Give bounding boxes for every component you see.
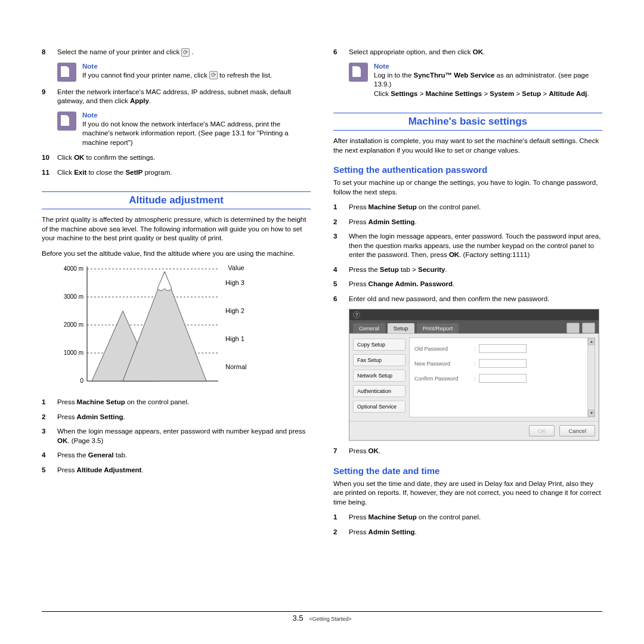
svg-text:High 2: High 2 [225, 307, 244, 314]
step: 3 When the login message appears, enter … [42, 427, 311, 445]
step: 4 Press the Setup tab > Security. [333, 265, 602, 275]
step-text: Select appropriate option, and then clic… [349, 48, 602, 57]
sidebar-item-copy-setup[interactable]: Copy Setup [353, 339, 405, 351]
field-label: Old Password [414, 346, 474, 352]
step-number: 5 [42, 466, 57, 475]
step: 9 Enter the network interface's MAC addr… [42, 88, 311, 106]
field-row: Old Password: [414, 344, 590, 353]
refresh-icon [209, 71, 218, 79]
step: 3 When the login message appears, enter … [333, 232, 602, 260]
basic-para-1: After installation is complete, you may … [333, 137, 602, 155]
tab-setup[interactable]: Setup [388, 323, 414, 333]
subheading-auth: Setting the authentication password [333, 165, 602, 175]
auth-para: To set your machine up or change the set… [333, 178, 602, 197]
step-number: 1 [333, 203, 349, 212]
step-text: Press OK. [349, 447, 602, 456]
confirm-password-input[interactable] [479, 374, 527, 383]
step: 5 Press Altitude Adjustment. [42, 466, 311, 475]
field-label: Confirm Password [414, 376, 474, 382]
step-text: Enter old and new password, and then con… [349, 295, 602, 304]
field-label: New Password [414, 361, 474, 367]
step-number: 10 [42, 153, 57, 163]
step: 6 Select appropriate option, and then cl… [333, 48, 602, 57]
sidebar-item-fax-setup[interactable]: Fax Setup [353, 354, 405, 366]
step-text: Press the Setup tab > Security. [349, 265, 602, 275]
cancel-button[interactable]: Cancel [559, 425, 595, 436]
note-icon [57, 63, 76, 82]
altitude-para-1: The print quality is affected by atmosph… [42, 215, 311, 243]
step: 7 Press OK. [333, 447, 602, 456]
step-number: 6 [333, 48, 349, 57]
svg-text:4000 m: 4000 m [64, 265, 83, 272]
old-password-input[interactable] [479, 344, 527, 353]
svg-text:3000 m: 3000 m [64, 293, 83, 300]
section-heading-altitude: Altitude adjustment [42, 191, 311, 209]
scroll-up-icon[interactable]: ▴ [588, 338, 595, 345]
step: 6 Enter old and new password, and then c… [333, 295, 602, 304]
svg-text:Normal: Normal [225, 363, 246, 370]
step: 5 Press Change Admin. Password. [333, 280, 602, 289]
sidebar-item-network-setup[interactable]: Network Setup [353, 370, 405, 382]
step: 11 Click Exit to close the SetIP program… [42, 168, 311, 178]
ok-button[interactable]: OK [529, 425, 555, 436]
tab-general[interactable]: General [353, 323, 385, 333]
field-row: Confirm Password: [414, 374, 590, 383]
step-number: 1 [333, 513, 349, 522]
step-number: 11 [42, 168, 57, 178]
step-text: Press Admin Setting. [57, 413, 311, 422]
scroll-down-icon[interactable]: ▾ [588, 410, 595, 417]
step-number: 3 [333, 232, 349, 260]
svg-text:2000 m: 2000 m [64, 321, 83, 328]
steps-group-rb: 1 Press Machine Setup on the control pan… [333, 203, 602, 304]
datetime-para: When you set the time and date, they are… [333, 479, 602, 507]
new-password-input[interactable] [479, 359, 527, 368]
right-column: 6 Select appropriate option, and then cl… [333, 48, 602, 542]
step-text: Press Admin Setting. [349, 528, 602, 537]
sidebar-item-authentication[interactable]: Authentication [353, 385, 405, 397]
step-text: Press Altitude Adjustment. [57, 466, 311, 475]
altitude-chart: 01000 m2000 m3000 m4000 mValueHigh 3High… [57, 264, 311, 389]
tab-print-report[interactable]: Print/Report [417, 323, 459, 333]
note-icon [349, 63, 368, 82]
step-text: Press the General tab. [57, 451, 311, 460]
toolbar-button-2[interactable] [582, 323, 595, 333]
step-number: 4 [333, 265, 349, 275]
step-number: 3 [42, 427, 57, 445]
note-body: If you cannot find your printer name, cl… [82, 71, 272, 80]
dialog-main: Old Password: New Password: Confirm Pass… [409, 338, 595, 417]
steps-group-b: 1 Press Machine Setup on the control pan… [42, 398, 311, 475]
section-heading-basic: Machine's basic settings [333, 113, 602, 131]
step: 1 Press Machine Setup on the control pan… [333, 513, 602, 522]
step: 1 Press Machine Setup on the control pan… [333, 203, 602, 212]
step: 2 Press Admin Setting. [333, 528, 602, 537]
sidebar-item-optional-service[interactable]: Optional Service [353, 401, 405, 413]
step-number: 7 [333, 447, 349, 456]
step-number: 1 [42, 398, 57, 407]
note-title: Note [374, 63, 602, 70]
step-text: Select the name of your printer and clic… [57, 48, 311, 57]
note-block: Note If you cannot find your printer nam… [57, 63, 311, 82]
help-icon[interactable]: ? [353, 311, 360, 318]
toolbar-button-1[interactable] [566, 323, 580, 333]
note-block: Note Log in to the SyncThru™ Web Service… [349, 63, 602, 99]
svg-text:0: 0 [80, 377, 83, 384]
step-text: When the login message appears, enter pa… [349, 232, 602, 260]
note-block: Note If you do not know the network inte… [57, 112, 311, 148]
step: 2 Press Admin Setting. [42, 413, 311, 422]
step: 1 Press Machine Setup on the control pan… [42, 398, 311, 407]
step-number: 2 [333, 528, 349, 537]
step-number: 6 [333, 295, 349, 304]
admin-password-dialog: ? GeneralSetupPrint/Report Copy SetupFax… [349, 309, 599, 441]
step-number: 8 [42, 48, 57, 57]
chapter-label: <Getting Started> [309, 616, 352, 622]
note-title: Note [82, 63, 272, 70]
field-row: New Password: [414, 359, 590, 368]
step-text: Press Machine Setup on the control panel… [349, 203, 602, 212]
page-footer: 3.5 <Getting Started> [42, 611, 602, 623]
step-text: Press Machine Setup on the control panel… [349, 513, 602, 522]
left-column: 8 Select the name of your printer and cl… [42, 48, 311, 542]
scrollbar[interactable]: ▴ ▾ [587, 338, 595, 417]
svg-text:High 1: High 1 [225, 335, 244, 342]
svg-text:Value: Value [228, 264, 244, 271]
note-icon [57, 112, 76, 131]
